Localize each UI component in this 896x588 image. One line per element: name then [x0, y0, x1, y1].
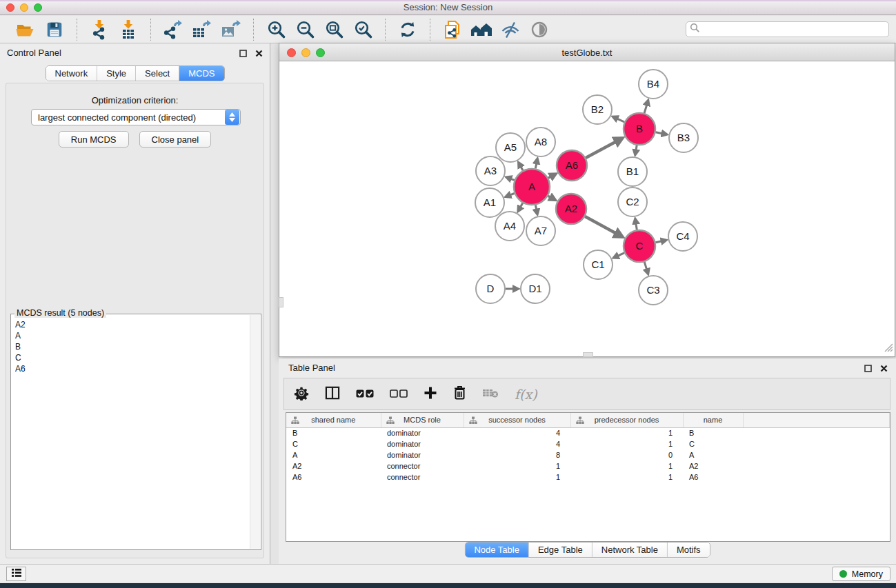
- result-item[interactable]: A: [15, 330, 246, 341]
- cell[interactable]: B: [286, 427, 381, 438]
- search-input[interactable]: [700, 25, 885, 34]
- edge-A-A2[interactable]: [548, 196, 551, 197]
- zoom-out-button[interactable]: [290, 17, 319, 42]
- tab-mcds[interactable]: MCDS: [179, 66, 223, 81]
- zoom-selected-button[interactable]: [348, 17, 377, 42]
- cell[interactable]: dominator: [381, 449, 464, 460]
- node-A2[interactable]: A2: [556, 194, 586, 224]
- cell[interactable]: B: [683, 427, 743, 438]
- table-row[interactable]: Bdominator41B: [286, 427, 890, 438]
- edge-A-A5[interactable]: [521, 167, 523, 171]
- import-table-button[interactable]: [114, 17, 143, 42]
- close-panel-button[interactable]: Close panel: [139, 131, 212, 148]
- edge-B-B4[interactable]: [644, 105, 647, 113]
- cell[interactable]: A6: [286, 472, 381, 483]
- column-header-name[interactable]: name: [683, 413, 743, 427]
- close-table-panel-icon[interactable]: [880, 363, 888, 375]
- zoom-in-button[interactable]: [261, 17, 290, 42]
- node-C1[interactable]: C1: [584, 250, 613, 279]
- deselect-all-button[interactable]: [390, 388, 408, 401]
- memory-button[interactable]: Memory: [832, 567, 890, 581]
- tab-edge-table[interactable]: Edge Table: [528, 543, 592, 557]
- node-B1[interactable]: B1: [618, 157, 647, 186]
- cell[interactable]: 1: [570, 460, 683, 472]
- export-table-button[interactable]: [188, 17, 217, 42]
- cell[interactable]: 8: [464, 449, 570, 460]
- show-graphics-details-button[interactable]: [525, 17, 554, 42]
- table-options-button[interactable]: [294, 385, 309, 403]
- node-B2[interactable]: B2: [583, 95, 612, 124]
- column-header-predecessor-nodes[interactable]: predecessor nodes: [570, 413, 683, 427]
- table-row[interactable]: A6connector11A6: [286, 472, 890, 483]
- node-A3[interactable]: A3: [476, 156, 505, 185]
- node-B[interactable]: B: [624, 113, 655, 145]
- export-image-button[interactable]: [217, 17, 246, 42]
- node-D1[interactable]: D1: [521, 274, 550, 303]
- edge-A-A3[interactable]: [510, 179, 514, 180]
- float-panel-icon[interactable]: [239, 48, 247, 60]
- save-session-button[interactable]: [40, 17, 69, 42]
- node-A7[interactable]: A7: [526, 216, 555, 245]
- edge-C-C1[interactable]: [618, 253, 624, 256]
- splitter-handle-left[interactable]: [279, 297, 283, 307]
- cell[interactable]: dominator: [381, 438, 464, 449]
- edge-A-A6[interactable]: [548, 176, 551, 178]
- result-item[interactable]: A6: [15, 363, 246, 374]
- function-builder-button[interactable]: f(x): [515, 387, 537, 402]
- cell[interactable]: A2: [286, 460, 381, 472]
- column-header-successor-nodes[interactable]: successor nodes: [464, 413, 570, 427]
- resize-grip-icon[interactable]: [884, 343, 893, 355]
- result-item[interactable]: B: [15, 341, 246, 352]
- node-B4[interactable]: B4: [639, 70, 668, 99]
- cell[interactable]: A2: [683, 460, 743, 472]
- tab-motifs[interactable]: Motifs: [667, 543, 710, 557]
- node-D[interactable]: D: [476, 274, 505, 303]
- open-ndex-button[interactable]: [467, 17, 496, 42]
- cell[interactable]: connector: [381, 460, 464, 472]
- node-A[interactable]: A: [514, 169, 550, 205]
- cell[interactable]: 1: [464, 460, 570, 472]
- result-scrollbar[interactable]: [250, 315, 260, 549]
- node-C[interactable]: C: [624, 230, 655, 262]
- cell[interactable]: 1: [570, 427, 683, 438]
- cell[interactable]: connector: [381, 472, 464, 483]
- node-A6[interactable]: A6: [557, 150, 587, 181]
- cell[interactable]: C: [683, 438, 743, 449]
- result-item[interactable]: A2: [15, 319, 246, 330]
- node-A5[interactable]: A5: [496, 133, 525, 162]
- tab-style[interactable]: Style: [97, 66, 135, 81]
- zoom-fit-button[interactable]: [319, 17, 348, 42]
- duplicate-network-button[interactable]: [438, 17, 467, 42]
- cell[interactable]: 0: [570, 449, 683, 460]
- cell[interactable]: 1: [464, 472, 570, 483]
- criterion-dropdown[interactable]: largest connected component (directed): [31, 109, 241, 125]
- show-panels-button[interactable]: [6, 567, 26, 581]
- node-C2[interactable]: C2: [618, 187, 647, 216]
- network-window-titlebar[interactable]: testGlobe.txt: [279, 43, 895, 61]
- cell[interactable]: A: [286, 449, 381, 460]
- tab-node-table[interactable]: Node Table: [465, 543, 528, 557]
- search-field[interactable]: [686, 21, 889, 37]
- edge-B-B2[interactable]: [617, 119, 625, 122]
- select-all-button[interactable]: [356, 388, 374, 401]
- splitter-handle-bottom[interactable]: [583, 352, 593, 357]
- tab-select[interactable]: Select: [135, 66, 179, 81]
- show-columns-button[interactable]: [325, 386, 340, 403]
- edge-A-A1[interactable]: [510, 194, 515, 195]
- delete-row-button[interactable]: [453, 385, 466, 403]
- cell[interactable]: 1: [570, 438, 683, 449]
- hide-graphics-details-button[interactable]: [496, 17, 525, 42]
- cell[interactable]: 4: [464, 438, 570, 449]
- open-file-button[interactable]: [11, 17, 40, 42]
- network-canvas[interactable]: B4B2BB3A8A5A6A3B1AA1C2A2A4A7C4CC1DD1C3: [279, 62, 895, 356]
- import-network-button[interactable]: [85, 17, 114, 42]
- run-mcds-button[interactable]: Run MCDS: [59, 131, 129, 148]
- edge-C-C2[interactable]: [636, 223, 637, 230]
- float-table-panel-icon[interactable]: [864, 363, 872, 375]
- cell[interactable]: A6: [683, 472, 743, 483]
- destroy-table-button[interactable]: [482, 387, 499, 401]
- edge-A6-B[interactable]: [586, 141, 616, 158]
- edge-B-B1[interactable]: [636, 145, 637, 150]
- node-C4[interactable]: C4: [668, 222, 697, 251]
- cell[interactable]: dominator: [381, 427, 464, 438]
